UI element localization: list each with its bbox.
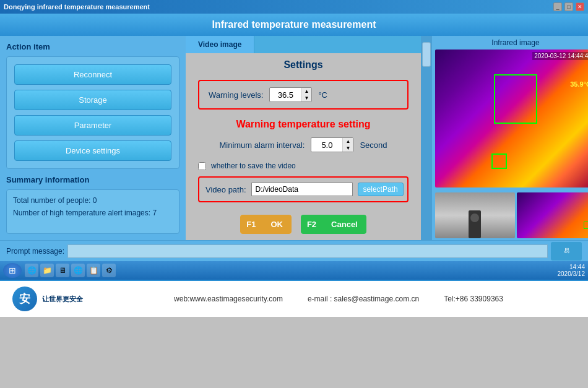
- start-button[interactable]: ⊞: [3, 263, 22, 278]
- taskbar-item-6[interactable]: ⚙: [102, 264, 116, 277]
- thermal-image-container: 2020-03-12 14:44:42 35.9°C: [435, 50, 588, 188]
- tab-video-image[interactable]: Video image: [186, 36, 254, 53]
- thumb-head-1: [470, 213, 479, 222]
- minimize-button[interactable]: _: [553, 2, 562, 11]
- video-path-input[interactable]: [251, 183, 353, 196]
- settings-content: Settings Warning levels: 36.5 ▲ ▼ °C: [186, 53, 421, 240]
- taskbar: ⊞ 🌐 📁 🖥 🌐 📋 ⚙ 14:44 2020/3/12: [0, 261, 588, 280]
- high-temp-line: Number of high temperature alert images:…: [13, 209, 173, 217]
- summary-title: Summary information: [6, 175, 179, 184]
- thermal-timestamp: 2020-03-12 14:44:42: [532, 52, 588, 60]
- thermal-temp-badge: 35.9°C: [570, 80, 588, 88]
- footer-logo: 安 让世界更安全: [12, 287, 83, 311]
- taskbar-clock: 14:44 2020/3/12: [558, 264, 586, 277]
- close-button[interactable]: ✕: [576, 2, 584, 11]
- thumbnail-1: [435, 192, 515, 238]
- spinbox-up-button-2[interactable]: ▲: [343, 138, 353, 145]
- tab-bar: Video image: [186, 36, 421, 53]
- total-people-line: Total number of people: 0: [13, 196, 173, 205]
- prompt-logo-text: 易: [564, 247, 569, 255]
- start-icon: ⊞: [9, 265, 16, 275]
- prompt-logo: 易: [551, 242, 582, 261]
- taskbar-item-3[interactable]: 🖥: [56, 264, 69, 277]
- app-header: Infrared temperature measurement: [0, 14, 588, 36]
- warning-levels-box: Warning levels: 36.5 ▲ ▼ °C: [198, 80, 409, 110]
- action-item-title: Action item: [6, 42, 179, 51]
- spinbox-down-button-2[interactable]: ▼: [343, 145, 353, 152]
- taskbar-item-5[interactable]: 📋: [87, 264, 100, 277]
- taskbar-item-4[interactable]: 🌐: [71, 264, 85, 277]
- ok-button[interactable]: F1 OK: [240, 215, 292, 234]
- thumb-person-1: [469, 210, 481, 238]
- footer-phone: Tel:+86 33909363: [444, 295, 503, 303]
- window-title: Donqying infrared temperature measuremen…: [4, 3, 150, 11]
- reconnect-button[interactable]: Reconnect: [14, 64, 171, 85]
- temp-unit: °C: [318, 90, 327, 100]
- left-panel: Action item Reconnect Storage Parameter …: [0, 36, 186, 240]
- parameter-button[interactable]: Parameter: [14, 115, 171, 136]
- footer-logo-circle: 安: [12, 287, 37, 311]
- maximize-button[interactable]: □: [564, 2, 573, 11]
- infrared-image-title: Infrared image: [432, 36, 588, 50]
- total-people-value: 0: [93, 196, 97, 205]
- action-buttons: F1 OK F2 Cancel: [240, 215, 366, 234]
- title-bar: Donqying infrared temperature measuremen…: [0, 0, 588, 14]
- center-with-scroll: Video image Settings Warning levels: 36.…: [186, 36, 432, 240]
- video-path-label: Video path:: [205, 185, 246, 194]
- main-area: Action item Reconnect Storage Parameter …: [0, 36, 588, 240]
- alarm-interval-spinbox[interactable]: 5.0 ▲ ▼: [311, 137, 353, 152]
- alarm-interval-row: Minimum alarm interval: 5.0 ▲ ▼ Second: [219, 137, 387, 152]
- warning-levels-input[interactable]: 36.5: [270, 89, 301, 101]
- thumb-bg-2: [517, 192, 589, 238]
- thumbnail-2: [517, 192, 589, 238]
- alarm-interval-label: Minimum alarm interval:: [219, 140, 305, 150]
- taskbar-item-2[interactable]: 📁: [40, 264, 54, 277]
- save-video-row: whether to save the video: [198, 162, 409, 170]
- ok-f-key: F1: [240, 215, 262, 234]
- cancel-label: Cancel: [322, 215, 366, 234]
- prompt-input[interactable]: [67, 244, 548, 258]
- scroll-thumb[interactable]: [422, 42, 431, 67]
- spinbox-buttons-2: ▲ ▼: [342, 138, 353, 152]
- alarm-interval-input[interactable]: 5.0: [311, 139, 342, 151]
- select-path-button[interactable]: selectPath: [358, 183, 404, 196]
- prompt-label: Prompt message:: [6, 247, 64, 256]
- small-detection-box: [491, 153, 507, 169]
- taskbar-items: 🌐 📁 🖥 🌐 📋 ⚙: [25, 264, 558, 277]
- spinbox-buttons: ▲ ▼: [301, 88, 311, 101]
- window-controls: _ □ ✕: [553, 2, 584, 11]
- spinbox-up-button[interactable]: ▲: [301, 88, 311, 95]
- action-item-section: Reconnect Storage Parameter Device setti…: [6, 56, 179, 169]
- summary-section: Total number of people: 0 Number of high…: [6, 189, 179, 234]
- taskbar-date: 2020/3/12: [558, 270, 586, 277]
- face-detection-box: [494, 74, 537, 124]
- high-temp-label: Number of high temperature alert images:: [13, 209, 150, 217]
- save-video-checkbox[interactable]: [198, 162, 206, 170]
- center-panel: Video image Settings Warning levels: 36.…: [186, 36, 421, 240]
- footer-logo-text: 让世界更安全: [42, 295, 83, 303]
- video-path-box: Video path: selectPath: [198, 176, 409, 202]
- footer: 安 让世界更安全 web:www.eastimagesecurity.com e…: [0, 280, 588, 317]
- warning-levels-spinbox[interactable]: 36.5 ▲ ▼: [269, 87, 312, 102]
- high-temp-value: 7: [152, 209, 157, 217]
- warning-temp-setting: Warning temperature setting: [236, 119, 370, 130]
- total-people-label: Total number of people:: [13, 196, 90, 205]
- cancel-button[interactable]: F2 Cancel: [301, 215, 366, 234]
- taskbar-right: 14:44 2020/3/12: [558, 264, 586, 277]
- settings-form: Settings Warning levels: 36.5 ▲ ▼ °C: [198, 59, 409, 234]
- app-title: Infrared temperature measurement: [212, 19, 376, 30]
- ok-label: OK: [262, 215, 292, 234]
- save-video-label: whether to save the video: [211, 162, 296, 170]
- taskbar-time: 14:44: [558, 264, 586, 270]
- right-panel: Infrared image 2020-03-12 14:44:42 35.9°…: [432, 36, 588, 240]
- storage-button[interactable]: Storage: [14, 90, 171, 110]
- thumb-detection-2: [584, 222, 588, 229]
- footer-website: web:www.eastimagesecurity.com: [174, 295, 283, 303]
- spinbox-down-button[interactable]: ▼: [301, 95, 311, 101]
- thumbnail-row: [432, 191, 588, 240]
- footer-info: web:www.eastimagesecurity.com e-mail : s…: [102, 295, 576, 303]
- device-settings-button[interactable]: Device settings: [14, 140, 171, 161]
- footer-email: e-mail : sales@eastimage.com.cn: [308, 295, 419, 303]
- taskbar-item-1[interactable]: 🌐: [25, 264, 38, 277]
- warning-levels-label: Warning levels:: [209, 90, 263, 100]
